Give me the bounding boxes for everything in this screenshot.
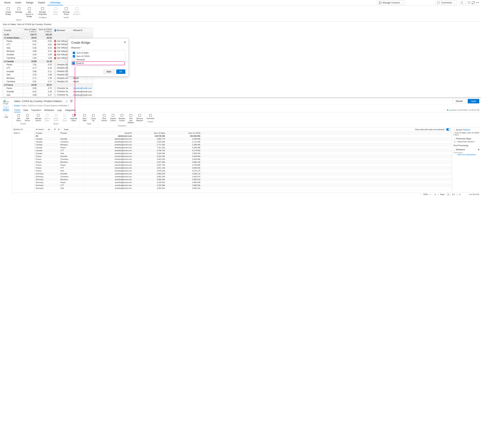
breadcrumb-root[interactable]: Bridges bbox=[14, 105, 20, 107]
ib-row[interactable]: FranceVTTchandra@lumel.com3,811.19k3,094… bbox=[35, 166, 452, 169]
ibr-rename-column[interactable]: RenameColumn bbox=[118, 113, 126, 124]
ibr-find-and-replace[interactable]: Findand Replace bbox=[127, 113, 135, 124]
filter-icon[interactable] bbox=[468, 1, 470, 4]
ib-row[interactable]: FranceCarreterachandra@lumel.com3,423.32… bbox=[35, 158, 452, 161]
ibr-duplicate-query[interactable]: DuplicateQuery bbox=[69, 113, 78, 122]
ib-row[interactable]: FranceAmarillachandra@lumel.com4,016.43k… bbox=[35, 155, 452, 158]
ib-row[interactable]: CanadaVelodeepthy@lumel.com3,329.49k2,95… bbox=[35, 152, 452, 155]
manage-rows[interactable]: Manage Rows bbox=[61, 7, 71, 16]
measure-sum-of-sales[interactable]: ✓Sum of Sales bbox=[72, 51, 124, 55]
last-page[interactable]: ⟩| bbox=[459, 193, 460, 196]
ib-col[interactable]: Product bbox=[59, 132, 84, 134]
more-icon[interactable]: ••• bbox=[476, 1, 479, 4]
ibr-add-source[interactable]: AddSource bbox=[23, 113, 32, 122]
ib-row[interactable]: FranceMontanachandra@lumel.com3,527.38k3… bbox=[35, 161, 452, 163]
col-header[interactable]: Country bbox=[3, 28, 23, 33]
next-page[interactable]: ⟩ bbox=[457, 193, 458, 196]
table-row[interactable]: Velo3.983.27Chandra Va…chandra@lumel.com bbox=[3, 93, 93, 97]
expand-icon[interactable] bbox=[472, 1, 474, 4]
ib-row[interactable]: GermanyMontanapreetha@lumel.com3,566.04k… bbox=[35, 178, 452, 181]
ib-tab-data[interactable]: Data bbox=[23, 108, 28, 112]
source-section[interactable]: ⌄ SourceRefresh bbox=[453, 129, 480, 131]
layout-dropdown[interactable]: ⇄ Layout bbox=[36, 128, 46, 131]
first-page[interactable]: |⟨ bbox=[435, 193, 436, 196]
ibr-remove-measure[interactable]: RemoveMeasure bbox=[135, 113, 144, 124]
prev-page[interactable]: ⟨ bbox=[438, 193, 438, 196]
ibr-pivot-table[interactable]: PivotTable bbox=[80, 113, 89, 122]
ib-row[interactable]: GermanyVTTpreetha@lumel.com3,293.98k2,68… bbox=[35, 184, 452, 187]
ibr-pivot-column[interactable]: PivotColumn bbox=[100, 113, 108, 124]
col-header[interactable]: Sum of Salesin Millions bbox=[23, 28, 38, 33]
ib-row[interactable]: FrancePaseochandra@lumel.com5,597.75k4,7… bbox=[35, 163, 452, 166]
ib-row[interactable]: CanadaVTTdeepthy@lumel.com4,768.75k4,279… bbox=[35, 149, 452, 152]
measure-reviewer[interactable]: Reviewer bbox=[72, 58, 124, 61]
measure-sum-of-cogs[interactable]: ✓Sum of COGS bbox=[72, 55, 124, 58]
ib-tab-writeback[interactable]: Writeback bbox=[44, 108, 54, 112]
edit-icon[interactable] bbox=[66, 100, 68, 103]
zoom-in[interactable]: + bbox=[430, 193, 431, 195]
ib-tab-transform[interactable]: Transform bbox=[31, 108, 41, 112]
ib-row[interactable]: GermanyAmarillapreetha@lumel.com3,960.25… bbox=[35, 172, 452, 175]
ib-tab-integration[interactable]: Integration bbox=[65, 108, 76, 112]
ib-col[interactable]: Country bbox=[35, 132, 60, 134]
refresh-link[interactable]: Refresh bbox=[463, 129, 470, 131]
ib-row[interactable]: GermanyPaseopreetha@lumel.com5,229.81k4,… bbox=[35, 181, 452, 184]
add-destination-link[interactable]: +Add new destinations bbox=[453, 154, 480, 156]
gear-icon[interactable]: ⚙ bbox=[478, 148, 480, 151]
ibr-download[interactable]: Download bbox=[146, 113, 155, 120]
discard-button[interactable]: Discard bbox=[452, 99, 466, 103]
ib-col[interactable]: Sum of Sales bbox=[133, 132, 166, 134]
ib-row[interactable]: GermanyCarreterapreetha@lumel.com3,062.3… bbox=[35, 175, 452, 178]
manage-integration[interactable]: Manage Integration bbox=[38, 7, 48, 16]
ibr-manage-source[interactable]: ManageSource bbox=[34, 113, 43, 122]
performed-steps-section[interactable]: ⌄ Performed Steps bbox=[453, 138, 480, 140]
ib-col[interactable]: Email ID bbox=[84, 132, 133, 134]
copy-icon[interactable] bbox=[70, 100, 73, 103]
decimals-less-icon[interactable]: .0₀ bbox=[58, 128, 60, 131]
col-header[interactable]: Sum of COGSin Millions bbox=[38, 28, 53, 33]
1k-dropdown[interactable]: 1K bbox=[48, 128, 52, 131]
ib-tab-logs[interactable]: Logs bbox=[57, 108, 62, 112]
ib-row[interactable]: CanadaAmarilladeepthy@lumel.com3,855.77k… bbox=[35, 137, 452, 140]
show-data-toggle[interactable] bbox=[446, 128, 451, 131]
back-button[interactable]: Back bbox=[104, 69, 115, 74]
ib-row[interactable]: GermanyVelopreetha@lumel.com4,392.91k3,6… bbox=[35, 187, 452, 190]
totals-dropdown[interactable]: Totals bbox=[64, 128, 71, 131]
tab-home[interactable]: Home bbox=[2, 0, 13, 5]
side-bridges[interactable]: ▢Bridges bbox=[3, 105, 9, 112]
col-header[interactable]: ✉Email ID bbox=[72, 28, 93, 33]
table-row[interactable]: Paseo5.604.76Chandra Va…chandra@lumel.co… bbox=[3, 87, 93, 90]
manage-columns-dropdown[interactable]: Manage Columns bbox=[377, 0, 405, 5]
ib-row[interactable]: CanadaMontanadeepthy@lumel.com2,711.92k2… bbox=[35, 143, 452, 146]
zoom-out[interactable]: − bbox=[420, 193, 421, 195]
ibr-group-by[interactable]: GroupBy bbox=[89, 113, 98, 122]
measure-email-id[interactable]: ✓Email ID bbox=[72, 61, 125, 65]
user-menu[interactable] bbox=[459, 1, 468, 5]
manage[interactable]: Manage bbox=[14, 7, 24, 18]
close-icon[interactable]: ✕ bbox=[124, 41, 126, 44]
table-row[interactable]: Carretera2.612.17Deepthy Dil…deeptl bbox=[3, 80, 93, 83]
ok-button[interactable]: Ok bbox=[116, 69, 125, 74]
page-input[interactable] bbox=[446, 193, 450, 196]
query-item[interactable]: Query 1 bbox=[12, 131, 34, 135]
ib-row[interactable]: CanadaPaseodeepthy@lumel.com7,611.52k6,3… bbox=[35, 146, 452, 149]
add-source-to-bridge[interactable]: Add Source to Bridge bbox=[24, 7, 35, 18]
tab-infobridge[interactable]: Infobridge bbox=[47, 0, 63, 5]
table-row[interactable]: Montana2.712.39Deepthy Dil…deeptl bbox=[3, 76, 93, 80]
ibr-unpivot-column[interactable]: UnpivotColumn bbox=[109, 113, 117, 124]
col-header[interactable]: 👤Reviewer bbox=[53, 28, 72, 33]
ib-row[interactable]: FranceVelochandra@lumel.com3,978.10k3,27… bbox=[35, 169, 452, 172]
side-logs[interactable]: ▯Logs bbox=[3, 112, 9, 119]
create-bridge[interactable]: Create Bridge bbox=[3, 7, 13, 18]
writeback-section[interactable]: ⌄ Writeback ⚙ bbox=[453, 148, 480, 151]
comments-dropdown[interactable]: Comments bbox=[436, 0, 457, 5]
ib-tab-home[interactable]: Home bbox=[14, 108, 21, 112]
ib-row[interactable]: CanadaCarreteradeepthy@lumel.com2,610.20… bbox=[35, 140, 452, 143]
table-row[interactable]: Amarilla4.023.35Chandra Va…chandra@lumel… bbox=[3, 90, 93, 93]
ib-col[interactable]: Sum of COGS bbox=[166, 132, 202, 134]
tab-export[interactable]: Export bbox=[36, 0, 47, 5]
apply-button[interactable]: Apply bbox=[468, 99, 479, 103]
ibr-add-query[interactable]: AddQuery bbox=[14, 113, 23, 122]
tab-insert[interactable]: Insert bbox=[13, 0, 23, 5]
decimals-icon[interactable]: .0⁰ bbox=[54, 128, 56, 131]
